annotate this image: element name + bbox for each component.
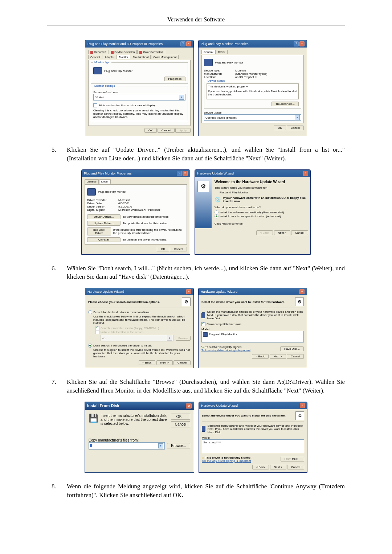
back-button[interactable]: < Back [252, 354, 269, 359]
close-icon[interactable]: × [186, 403, 192, 409]
back-button: < Back [256, 230, 273, 235]
next-button[interactable]: Next > [270, 465, 286, 469]
dlg2-title: Plug and Play Monitor Properties [201, 42, 249, 46]
tab-driver[interactable]: Driver [216, 50, 228, 54]
troubleshoot-button[interactable]: Troubleshoot... [271, 102, 299, 106]
tab-driver[interactable]: Driver [99, 179, 111, 184]
chevron-down-icon: ▾ [295, 115, 300, 120]
close-icon[interactable]: × [186, 41, 191, 46]
wizard-icon: ⚙ [182, 297, 191, 306]
dlg8-desc: Select the manufacturer and model of you… [208, 424, 304, 434]
cancel-button[interactable]: Cancel [287, 126, 304, 130]
refresh-rate-label: Screen refresh rate: [93, 91, 185, 94]
opt-list-radio[interactable] [215, 214, 219, 218]
monitor-icon [203, 332, 208, 337]
tab-geforce3[interactable]: GeForce3 [88, 50, 108, 54]
page-header: Verwenden der Software [47, 16, 345, 23]
cancel-button[interactable]: Cancel [291, 230, 308, 235]
cancel-button[interactable]: Cancel [170, 247, 187, 251]
next-button[interactable]: Next > [274, 230, 290, 235]
cancel-button[interactable]: Cancel [173, 360, 191, 365]
close-icon[interactable]: × [303, 171, 308, 176]
ok-button[interactable]: OK [274, 126, 286, 130]
tab-monitor[interactable]: Monitor [117, 55, 130, 59]
dlg6-desc: Select the manufacturer and model of you… [207, 310, 304, 320]
tab-color-mgmt[interactable]: Color Management [151, 55, 179, 59]
show-compat-checkbox[interactable] [201, 322, 205, 326]
back-button[interactable]: < Back [252, 465, 269, 469]
close-icon[interactable]: × [186, 289, 191, 294]
wizard-icon: ⚙ [197, 181, 209, 192]
dlg-display-properties: Plug and Play Monitor and 3D Prophet III… [85, 40, 194, 136]
tab-troubleshoot[interactable]: Troubleshoot [131, 55, 151, 59]
update-driver-button[interactable]: Update Driver... [87, 221, 121, 226]
tab-adapter[interactable]: Adapter [103, 55, 117, 59]
signed-icon: 🛡 [201, 345, 204, 349]
monitor-icon [87, 188, 96, 196]
ok-button[interactable]: OK [171, 414, 190, 420]
close-icon[interactable]: × [300, 403, 305, 408]
opt-dontsearch-radio[interactable] [88, 344, 92, 348]
dlg1-title: Plug and Play Monitor and 3D Prophet III… [87, 42, 163, 46]
tab-device-selection[interactable]: Device Selection [109, 50, 137, 54]
tab-general[interactable]: General [201, 50, 216, 54]
device-usage-select[interactable]: Use this device (enable) ▾ [204, 114, 301, 121]
model-label: Model [202, 436, 304, 439]
dlg-hw-wizard-select-samsung: Hardware Update Wizard × Select the devi… [199, 402, 307, 473]
show-compat-label: Show compatible hardware [207, 323, 242, 326]
tell-me-link[interactable]: Tell me why driver signing is important [201, 349, 250, 352]
path-field[interactable] [90, 444, 92, 447]
page-rule-top [47, 25, 345, 25]
browse-button: Browse [176, 336, 191, 341]
date-value: 6/6/2001 [118, 202, 130, 205]
next-button[interactable]: Next > [270, 354, 286, 359]
rollback-driver-button[interactable]: Roll Back Driver [87, 227, 111, 235]
signer-value: Microsoft Windows XP Publisher [118, 208, 160, 212]
wizard-continue: Click Next to continue. [215, 222, 307, 225]
back-button[interactable]: < Back [139, 360, 156, 365]
cancel-button[interactable]: Cancel [287, 465, 304, 469]
tell-me-link[interactable]: Tell me why driver signing is important [202, 459, 251, 463]
refresh-rate-select[interactable]: 60 Hertz ▾ [93, 94, 185, 100]
ok-button[interactable]: OK [157, 247, 169, 251]
have-disk-button[interactable]: Have Disk... [280, 346, 304, 351]
hide-modes-checkbox[interactable] [93, 103, 97, 107]
chevron-down-icon: ▾ [167, 336, 172, 341]
opt-dontsearch-desc: Choose this option to select the device … [93, 348, 191, 358]
opt-search-radio[interactable] [88, 310, 92, 314]
help-icon[interactable]: ? [180, 41, 185, 46]
device-type-label: Device type: [204, 69, 233, 72]
tab-general[interactable]: General [88, 55, 102, 59]
uninstall-button[interactable]: Uninstall [87, 237, 121, 242]
wizard-icon: ⚙ [295, 411, 304, 420]
step-5: 5. Klicken Sie auf "Update Driver..." (T… [47, 145, 345, 163]
tab-general[interactable]: General [85, 179, 99, 184]
help-icon[interactable]: ? [177, 171, 182, 176]
opt-search-desc: Use the check boxes below to limit or ex… [93, 315, 191, 325]
model-list[interactable]: Plug and Play Monitor [201, 331, 304, 342]
model-list[interactable]: Samsung **** [202, 439, 304, 453]
step-6: 6. Wählen Sie "Don't search, I will..." … [47, 264, 345, 282]
close-icon[interactable]: × [299, 41, 305, 46]
cancel-button[interactable]: Cancel [171, 421, 190, 427]
step-7: 7. Klicken Sie auf die Schaltfläche "Bro… [47, 378, 345, 395]
properties-button[interactable]: Properties [164, 77, 185, 81]
close-icon[interactable]: × [299, 289, 305, 294]
have-disk-button[interactable]: Have Disk... [281, 457, 304, 461]
cancel-button[interactable]: Cancel [287, 354, 304, 359]
hide-modes-desc: Clearing this check box allows you to se… [93, 109, 185, 119]
tab-color-correction[interactable]: Color Correction [137, 50, 165, 54]
cancel-button[interactable]: Cancel [158, 128, 175, 133]
driver-details-button[interactable]: Driver Details... [87, 214, 121, 219]
dlg8-heading: Select the device driver you want to ins… [202, 414, 286, 417]
dlg-hw-wizard-select: Hardware Update Wizard × Select the devi… [198, 288, 307, 368]
floppy-icon: 💾 [89, 414, 98, 423]
browse-button[interactable]: Browse... [167, 443, 190, 448]
opt-auto-radio[interactable] [215, 210, 219, 214]
next-button[interactable]: Next > [156, 360, 173, 365]
provider-label: Driver Provider: [87, 198, 116, 202]
hide-modes-label: Hide modes that this monitor cannot disp… [99, 104, 155, 107]
close-icon[interactable]: × [183, 171, 188, 176]
ok-button[interactable]: OK [144, 128, 157, 133]
help-icon[interactable]: ? [294, 41, 299, 46]
